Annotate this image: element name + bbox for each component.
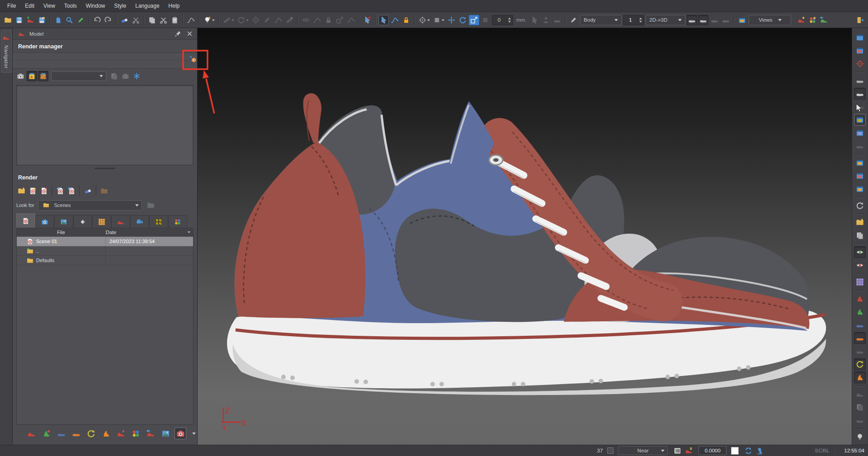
add-render-button[interactable]: [28, 186, 38, 196]
coordinate-field[interactable]: 0.0000: [698, 446, 726, 455]
exit-module-button[interactable]: [855, 15, 865, 25]
scene-preset-dropdown[interactable]: [51, 71, 106, 81]
export-render-button[interactable]: [66, 186, 77, 196]
column-date[interactable]: Date: [105, 228, 193, 236]
uv-window-button[interactable]: [854, 127, 866, 139]
paste-scene-settings-button[interactable]: [120, 71, 131, 81]
body-part-dropdown[interactable]: Body: [580, 15, 622, 25]
export-envelope-button[interactable]: E: [27, 71, 37, 81]
show-last-button[interactable]: [854, 246, 866, 258]
tab-styles[interactable]: [111, 215, 130, 228]
clip-plane-dropdown[interactable]: Near: [618, 446, 668, 455]
menu-item-help[interactable]: Help: [164, 1, 184, 11]
flatten-layers-button[interactable]: [698, 15, 708, 25]
lasso-select-button[interactable]: [854, 200, 866, 212]
pin-curve-button[interactable]: [312, 15, 322, 25]
rotate-button[interactable]: [458, 15, 468, 25]
draw-pencil-button[interactable]: [262, 15, 272, 25]
sole-view-2-button[interactable]: [854, 88, 866, 99]
sync-view-button[interactable]: [743, 446, 754, 456]
table-row[interactable]: ..: [17, 246, 193, 256]
menu-item-tools[interactable]: Tools: [60, 1, 81, 11]
heel-orange-button[interactable]: [854, 371, 866, 383]
lock-view-button[interactable]: [854, 183, 866, 195]
axis-constraint-button[interactable]: [417, 15, 428, 25]
flat-view-button[interactable]: [709, 15, 720, 25]
angle-curve-button[interactable]: [346, 15, 356, 25]
texture-mode-button[interactable]: [854, 114, 866, 126]
lock-curve-button[interactable]: [323, 15, 334, 25]
menu-item-style[interactable]: Style: [110, 1, 131, 11]
table-row[interactable]: Defaults: [17, 256, 193, 265]
sole-side-button[interactable]: [70, 428, 82, 439]
move-button[interactable]: [446, 15, 457, 25]
offset-spinner[interactable]: 0: [492, 15, 513, 25]
lock-materials-button[interactable]: [854, 157, 866, 169]
redo-button[interactable]: [103, 15, 113, 25]
tab-scenes[interactable]: [16, 213, 35, 228]
new-marker-button[interactable]: [132, 71, 142, 81]
last-green-button[interactable]: [854, 306, 866, 318]
scene-preview-button[interactable]: [160, 428, 171, 439]
views-dropdown[interactable]: Views: [749, 15, 791, 25]
paste-button[interactable]: [170, 15, 180, 25]
tab-cameras[interactable]: [35, 215, 54, 228]
model-shoe-button[interactable]: [16, 28, 27, 39]
scenes-folder-button[interactable]: [41, 200, 52, 211]
tab-textures[interactable]: [92, 215, 111, 228]
menu-item-view[interactable]: View: [39, 1, 60, 11]
grid-display-button[interactable]: [672, 446, 683, 456]
render-camera-button[interactable]: [175, 428, 186, 439]
palette-grid-button[interactable]: [130, 428, 142, 439]
viewport-3d[interactable]: Z X Y: [198, 28, 852, 445]
import-style-button[interactable]: [115, 428, 127, 439]
navigator-tab[interactable]: Navigator: [1, 30, 12, 73]
shoe-flat-button[interactable]: [854, 414, 866, 426]
cut-button[interactable]: [158, 15, 169, 25]
render-window-button[interactable]: [737, 15, 747, 25]
copy-button[interactable]: [147, 15, 157, 25]
light-setup-button[interactable]: [854, 431, 866, 443]
render-snapshot-button[interactable]: [15, 71, 26, 81]
reference-box-button[interactable]: [480, 15, 491, 25]
tab-images[interactable]: [54, 215, 73, 228]
heel-high-button[interactable]: [100, 428, 112, 439]
snap-target-button[interactable]: [250, 15, 261, 25]
last-red-button[interactable]: [854, 293, 866, 305]
measure-ruler-button[interactable]: [222, 15, 232, 25]
swap-materials-button[interactable]: [854, 276, 866, 288]
clear-render-button[interactable]: [83, 186, 93, 196]
close-panel-button[interactable]: [185, 30, 193, 38]
copy-view-button[interactable]: [854, 230, 866, 241]
import-render-button[interactable]: [55, 186, 66, 196]
deselect-all-button[interactable]: [362, 15, 373, 25]
eraser-button[interactable]: [119, 15, 130, 25]
cost-info-button[interactable]: $: [684, 446, 694, 456]
layer-spinner[interactable]: 1: [623, 15, 644, 25]
shoe-mirror-button[interactable]: [854, 388, 866, 400]
edit-curve-button[interactable]: [390, 15, 400, 25]
file-list-header[interactable]: File Date: [17, 228, 193, 237]
mannequin-button[interactable]: [541, 15, 551, 25]
open-project-button[interactable]: [3, 15, 13, 25]
import-last-button[interactable]: [40, 428, 52, 439]
sole-orange-button[interactable]: [854, 332, 866, 344]
zoom-button[interactable]: [64, 15, 75, 25]
open-render-folder-button[interactable]: [99, 186, 109, 196]
link-curves-button[interactable]: [301, 15, 311, 25]
style-stack-button[interactable]: [25, 428, 37, 439]
menu-item-file[interactable]: File: [3, 1, 20, 11]
tab-materials[interactable]: [73, 215, 92, 228]
render-queue-button[interactable]: [854, 45, 866, 56]
curve-points-button[interactable]: [273, 15, 283, 25]
shoe-layers-button[interactable]: [854, 401, 866, 413]
save-button[interactable]: [14, 15, 24, 25]
new-style-button[interactable]: [796, 15, 807, 25]
material-sphere-button[interactable]: [854, 58, 866, 70]
sole-grey-button[interactable]: [854, 345, 866, 357]
select-button[interactable]: [378, 15, 389, 25]
tab-colors[interactable]: [168, 215, 187, 228]
remove-render-button[interactable]: [39, 186, 49, 196]
add-light-button[interactable]: [202, 15, 212, 25]
status-toggle[interactable]: [607, 447, 613, 454]
